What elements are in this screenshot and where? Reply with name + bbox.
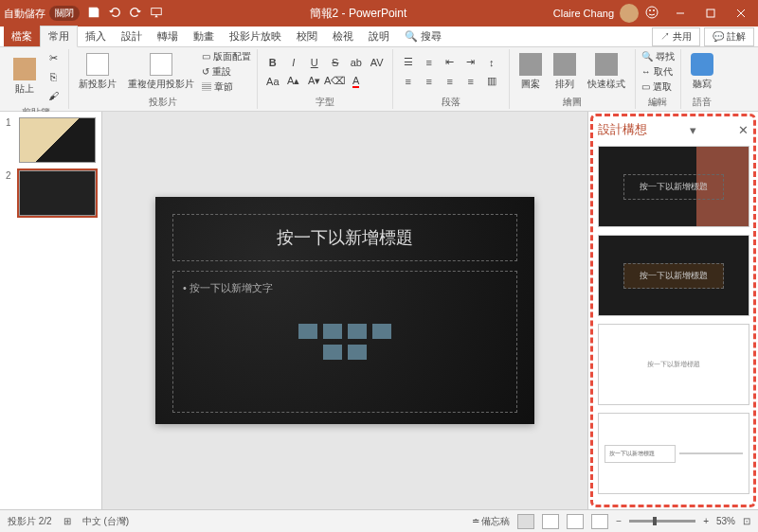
increase-font-button[interactable]: A▴: [284, 73, 303, 90]
paste-button[interactable]: 貼上: [9, 56, 40, 98]
align-right-button[interactable]: ≡: [441, 73, 460, 90]
clear-format-button[interactable]: A⌫: [326, 73, 345, 90]
maximize-button[interactable]: [697, 4, 724, 23]
new-slide-button[interactable]: 新投影片: [75, 51, 120, 93]
tab-insert[interactable]: 插入: [78, 27, 114, 46]
cut-button[interactable]: ✂: [44, 49, 63, 66]
select-button[interactable]: ▭ 選取: [641, 80, 675, 94]
align-center-button[interactable]: ≡: [420, 73, 439, 90]
shadow-button[interactable]: ab: [347, 54, 366, 71]
columns-button[interactable]: ▥: [482, 73, 501, 90]
minimize-button[interactable]: [667, 4, 694, 23]
thumbnail-item[interactable]: 1: [6, 117, 96, 163]
indent-right-button[interactable]: ⇥: [461, 54, 480, 71]
search-box[interactable]: 🔍 搜尋: [397, 27, 449, 46]
replace-button[interactable]: ↔ 取代: [641, 65, 675, 79]
zoom-in-button[interactable]: +: [703, 516, 709, 526]
shapes-button[interactable]: 圖案: [515, 51, 546, 93]
tab-help[interactable]: 說明: [361, 27, 397, 46]
dictate-button[interactable]: 聽寫: [687, 51, 717, 93]
tab-animations[interactable]: 動畫: [186, 27, 222, 46]
layout-button[interactable]: ▭ 版面配置: [202, 50, 251, 63]
autosave-toggle[interactable]: 自動儲存 關閉: [4, 6, 80, 21]
copy-button[interactable]: ⎘: [44, 68, 63, 85]
video-icon[interactable]: [348, 345, 367, 360]
zoom-level[interactable]: 53%: [716, 516, 735, 526]
online-picture-icon[interactable]: [323, 345, 342, 360]
align-left-button[interactable]: ≡: [399, 73, 418, 90]
user-avatar-icon[interactable]: [620, 4, 639, 23]
start-slideshow-icon[interactable]: [150, 6, 163, 21]
tab-slideshow[interactable]: 投影片放映: [222, 27, 289, 46]
case-button[interactable]: Aa: [263, 73, 282, 90]
design-ideas-list[interactable]: 按一下以新增標題 按一下以新增標題 按一下以新增標題 按一下以新增標題 按一下以…: [594, 142, 752, 502]
italic-button[interactable]: I: [284, 54, 303, 71]
indent-left-button[interactable]: ⇤: [441, 54, 460, 71]
char-spacing-button[interactable]: AV: [368, 54, 387, 71]
tab-design[interactable]: 設計: [114, 27, 150, 46]
arrange-button[interactable]: 排列: [550, 51, 580, 93]
save-icon[interactable]: [87, 6, 100, 21]
strike-button[interactable]: S: [326, 54, 345, 71]
thumbnail-number: 2: [6, 170, 15, 216]
close-button[interactable]: [728, 4, 754, 23]
reset-button[interactable]: ↺ 重設: [202, 65, 251, 79]
language-indicator[interactable]: 中文 (台灣): [82, 515, 129, 528]
reading-view-button[interactable]: [567, 514, 584, 529]
document-title: 簡報2 - PowerPoint: [163, 6, 553, 22]
normal-view-button[interactable]: [517, 514, 534, 529]
zoom-thumb[interactable]: [653, 517, 657, 525]
chart-icon[interactable]: [323, 324, 342, 339]
bold-button[interactable]: B: [263, 54, 282, 71]
font-color-button[interactable]: A: [347, 73, 366, 90]
line-spacing-button[interactable]: ↕: [482, 54, 501, 71]
notes-button[interactable]: ≐ 備忘稿: [472, 515, 511, 528]
section-button[interactable]: ▤ 章節: [202, 80, 251, 94]
find-button[interactable]: 🔍 尋找: [641, 50, 675, 63]
chevron-down-icon[interactable]: ▾: [690, 123, 696, 137]
share-button[interactable]: ↗ 共用: [652, 27, 700, 46]
slide-count-indicator[interactable]: 投影片 2/2: [8, 515, 52, 528]
design-idea-item[interactable]: 按一下以新增標題: [598, 324, 749, 405]
brush-icon: 🖌: [48, 90, 59, 101]
tab-review[interactable]: 校閱: [289, 27, 325, 46]
design-idea-item[interactable]: 按一下以新增標題: [598, 235, 749, 316]
redo-icon[interactable]: [129, 6, 142, 21]
slide-canvas-area[interactable]: 按一下以新增標題 • 按一下以新增文字: [102, 112, 587, 509]
accessibility-icon[interactable]: ⊞: [63, 516, 71, 526]
zoom-out-button[interactable]: −: [616, 516, 622, 526]
thumbnail-item[interactable]: 2: [6, 170, 96, 216]
sorter-view-button[interactable]: [542, 514, 559, 529]
comments-button[interactable]: 💬 註解: [704, 27, 754, 46]
underline-button[interactable]: U: [305, 54, 324, 71]
table-icon[interactable]: [298, 324, 317, 339]
bullets-button[interactable]: ☰: [399, 54, 418, 71]
reuse-slides-button[interactable]: 重複使用投影片: [124, 51, 198, 93]
thumbnail-preview[interactable]: [19, 117, 96, 163]
content-placeholder[interactable]: • 按一下以新增文字: [172, 271, 517, 413]
slideshow-view-button[interactable]: [591, 514, 608, 529]
thumbnail-preview[interactable]: [19, 170, 96, 216]
tab-home[interactable]: 常用: [40, 26, 78, 47]
design-idea-item[interactable]: 按一下以新增標題: [598, 413, 749, 494]
close-pane-icon[interactable]: ✕: [738, 123, 749, 137]
zoom-slider[interactable]: [629, 520, 695, 523]
slide-thumbnails-panel[interactable]: 1 2: [0, 112, 102, 509]
tab-file[interactable]: 檔案: [4, 27, 40, 46]
user-area[interactable]: Claire Chang: [553, 4, 659, 23]
design-idea-item[interactable]: 按一下以新增標題: [598, 146, 749, 227]
title-placeholder[interactable]: 按一下以新增標題: [172, 214, 517, 261]
fit-window-button[interactable]: ⊡: [743, 516, 750, 526]
tab-transitions[interactable]: 轉場: [150, 27, 186, 46]
format-painter-button[interactable]: 🖌: [44, 87, 63, 104]
picture-icon[interactable]: [372, 324, 391, 339]
decrease-font-button[interactable]: A▾: [305, 73, 324, 90]
undo-icon[interactable]: [108, 6, 121, 21]
tab-view[interactable]: 檢視: [325, 27, 361, 46]
numbering-button[interactable]: ≡: [420, 54, 439, 71]
face-icon[interactable]: [644, 5, 659, 22]
smartart-icon[interactable]: [348, 324, 367, 339]
quick-styles-button[interactable]: 快速樣式: [584, 51, 629, 93]
justify-button[interactable]: ≡: [461, 73, 480, 90]
current-slide[interactable]: 按一下以新增標題 • 按一下以新增文字: [155, 197, 534, 424]
